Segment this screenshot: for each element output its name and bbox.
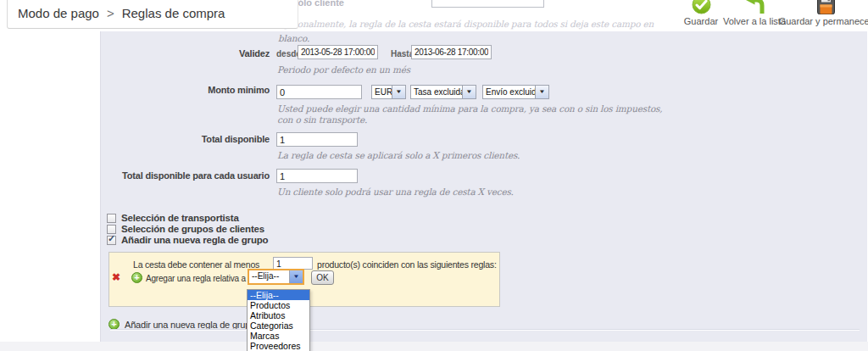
total-available-label: Total disponible [101, 134, 270, 144]
tax-select-value: Tasa excluida [414, 87, 465, 97]
chevron-down-icon: ▼ [390, 86, 408, 98]
rule-type-option[interactable]: --Elija-- [248, 290, 309, 300]
overlay-help-line2: blanco. [278, 33, 309, 43]
rule-quantity-input[interactable] [273, 257, 313, 270]
rule-type-option[interactable]: Atributos [248, 310, 309, 320]
rule-line1-prefix: La cesta debe contener al menos [133, 259, 259, 270]
rule-type-option[interactable]: Productos [248, 300, 309, 310]
carrier-selection-row: Selección de transportista [107, 213, 239, 223]
min-amount-help-line2: con o sin transporte. [277, 114, 367, 125]
separator-line [110, 330, 860, 331]
rule-type-option[interactable]: Proveedores [248, 341, 309, 351]
validity-to-input[interactable] [411, 45, 492, 59]
ok-button[interactable]: OK [311, 270, 334, 285]
customer-group-selection-label: Selección de grupos de clientes [121, 224, 264, 234]
floppy-disk-icon [817, 0, 835, 16]
dropdown-button[interactable]: ▼ [289, 270, 303, 283]
check-circle-icon [692, 0, 711, 16]
carrier-selection-label: Selección de transportista [121, 213, 239, 223]
page-footer-area [0, 342, 868, 351]
dropdown-button[interactable]: ▼ [462, 86, 476, 98]
save-button[interactable]: Guardar [676, 0, 726, 26]
shipping-select[interactable]: Envío excluido ▼ [482, 85, 549, 99]
delete-rule-button[interactable]: ✖ [112, 271, 120, 283]
total-available-help: La regla de cesta se aplicará solo a X p… [277, 150, 520, 160]
add-group-rule-checkbox[interactable]: ✓ [107, 236, 116, 245]
plus-icon: + [134, 272, 139, 282]
breadcrumb-separator-icon: > [107, 6, 114, 20]
total-per-user-input[interactable] [276, 169, 358, 183]
min-amount-help-line1: Usted puede elegir una cantidad mínima p… [277, 103, 662, 114]
customer-group-selection-row: Selección de grupos de clientes [107, 224, 264, 234]
rule-type-select-value: --Elija-- [252, 271, 279, 281]
breadcrumb-section[interactable]: Modo de pago [18, 6, 99, 20]
rule-type-option[interactable]: Marcas [248, 331, 309, 341]
chevron-down-icon: ▼ [460, 86, 478, 98]
breadcrumb-page: Reglas de compra [122, 6, 225, 20]
overlay-help-line1: Opcionalmente, la regla de la cesta esta… [277, 19, 654, 29]
total-per-user-label: Total disponible para cada usuario [101, 170, 270, 181]
tax-select[interactable]: Tasa excluida ▼ [410, 85, 476, 99]
cart-rule-page: Limitar a un sólo cliente Opcionalmente,… [0, 0, 868, 351]
add-group-rule-row: ✓ Añadir una nueva regla de grupo [107, 235, 268, 245]
breadcrumb: Modo de pago>Reglas de compra [7, 0, 298, 29]
currency-select[interactable]: EUR ▼ [371, 85, 406, 99]
checkmark-icon: ✓ [108, 233, 115, 244]
save-and-stay-label: Guardar y permanecer [779, 16, 868, 26]
carrier-selection-checkbox[interactable] [107, 214, 116, 223]
min-amount-label: Monto minimo [101, 85, 270, 95]
add-group-rule-link[interactable]: + Añadir una nueva regla de grupo [108, 319, 255, 330]
back-to-list-label: Volver a la lista [723, 16, 786, 26]
total-available-input[interactable] [276, 132, 358, 147]
cut-input-field[interactable] [431, 0, 544, 8]
validity-label: Validez [101, 48, 270, 58]
rule-type-select[interactable]: --Elija-- ▼ [248, 269, 304, 285]
add-group-rule-link-label: Añadir una nueva regla de grupo [125, 320, 255, 330]
chevron-down-icon: ▼ [287, 270, 305, 283]
back-to-list-button[interactable]: Volver a la lista [726, 0, 783, 26]
add-rule-label: Agregar una regla relativa a [146, 274, 246, 283]
cart-rule-form-panel: blanco. Validez desde Hasta Periodo por … [100, 31, 867, 342]
min-amount-input[interactable] [276, 85, 362, 99]
plus-icon: + [108, 319, 120, 330]
save-button-label: Guardar [684, 16, 718, 26]
delete-icon: ✖ [112, 271, 120, 283]
save-and-stay-button[interactable]: Guardar y permanecer [785, 0, 866, 26]
dropdown-button[interactable]: ▼ [535, 86, 548, 98]
back-arrow-icon [744, 0, 765, 16]
rule-line1-suffix: producto(s) coinciden con las siguientes… [317, 259, 497, 270]
add-rule-button[interactable]: + [131, 272, 142, 283]
add-group-rule-checkbox-label: Añadir una nueva regla de grupo [121, 235, 268, 245]
total-per-user-help: Un cliente solo podrá usar una regla de … [277, 187, 514, 197]
rule-type-dropdown: --Elija-- Productos Atributos Categorias… [247, 289, 310, 351]
validity-help: Periodo por defecto en un més [277, 64, 410, 75]
chevron-down-icon: ▼ [533, 86, 551, 98]
dropdown-button[interactable]: ▼ [392, 86, 405, 98]
rule-type-option[interactable]: Categorias [248, 320, 309, 331]
validity-from-input[interactable] [298, 45, 378, 59]
